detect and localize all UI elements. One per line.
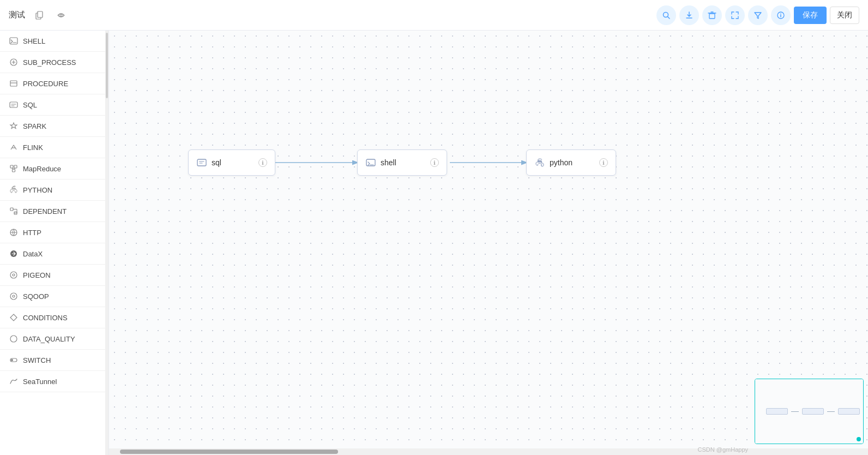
- http-icon: [9, 228, 19, 237]
- sidebar-item-label-sql: SQL: [23, 101, 37, 109]
- sidebar-item-sqoop[interactable]: SQOOP: [0, 286, 108, 307]
- canvas-hscroll-thumb[interactable]: [120, 450, 338, 454]
- sidebar-item-data_quality[interactable]: DATA_QUALITY: [0, 328, 108, 350]
- sidebar-item-label-http: HTTP: [23, 229, 41, 237]
- sidebar-item-procedure[interactable]: PROCEDURE: [0, 73, 108, 94]
- python-node-info[interactable]: ℹ: [599, 158, 608, 167]
- sidebar-item-label-datax: DataX: [23, 250, 43, 258]
- flink-icon: [9, 142, 19, 152]
- sidebar-item-conditions[interactable]: CONDITIONS: [0, 307, 108, 328]
- share-icon: [57, 11, 65, 20]
- svg-point-42: [538, 160, 539, 160]
- sql-node-icon: [196, 157, 207, 168]
- sub_process-icon: [9, 57, 19, 67]
- svg-rect-17: [10, 165, 13, 168]
- mini-node-python: [838, 408, 860, 415]
- svg-rect-22: [10, 208, 13, 211]
- svg-point-32: [13, 295, 15, 297]
- svg-rect-14: [10, 81, 17, 86]
- info-icon: [776, 11, 785, 20]
- info-button[interactable]: [771, 5, 791, 25]
- mini-arrow-2: [827, 411, 835, 412]
- sidebar-item-label-conditions: CONDITIONS: [23, 314, 68, 322]
- sidebar-item-flink[interactable]: FLINK: [0, 137, 108, 158]
- svg-point-2: [60, 14, 62, 16]
- svg-point-43: [540, 165, 541, 165]
- share-icon-btn[interactable]: [53, 8, 69, 23]
- shell-node-info[interactable]: ℹ: [430, 158, 439, 167]
- copy-icon: [35, 11, 44, 20]
- sidebar-item-label-spark: SPARK: [23, 122, 46, 130]
- node-sql[interactable]: sql ℹ: [188, 149, 275, 176]
- header-right: 保存 关闭: [656, 5, 859, 25]
- sidebar-item-label-python: PYTHON: [23, 186, 52, 194]
- svg-rect-1: [38, 11, 43, 17]
- svg-line-4: [668, 16, 670, 19]
- sidebar-item-datax[interactable]: DataX: [0, 243, 108, 265]
- sidebar-item-sql[interactable]: SQL: [0, 94, 108, 116]
- fullscreen-icon: [731, 11, 739, 20]
- spark-icon: [9, 121, 19, 131]
- svg-rect-19: [13, 169, 15, 172]
- data_quality-icon: [9, 334, 19, 344]
- canvas-hscroll[interactable]: [109, 448, 868, 455]
- sidebar-item-pigeon[interactable]: PIGEON: [0, 265, 108, 286]
- seatunnel-icon: [9, 376, 19, 386]
- header-left: 测试: [9, 8, 69, 23]
- close-button[interactable]: 关闭: [830, 7, 859, 24]
- sidebar-item-switch[interactable]: SWITCH: [0, 350, 108, 371]
- sidebar-item-label-shell: SHELL: [23, 37, 45, 45]
- dependent-icon: [9, 206, 19, 216]
- mini-node-shell: [802, 408, 824, 415]
- python-icon: [9, 185, 19, 195]
- delete-button[interactable]: [702, 5, 722, 25]
- header: 测试: [0, 0, 868, 31]
- sidebar-item-mapreduce[interactable]: MapReduce: [0, 158, 108, 179]
- python-node-icon: [534, 157, 545, 168]
- node-python[interactable]: python ℹ: [526, 149, 616, 176]
- sidebar-item-shell[interactable]: SHELL: [0, 31, 108, 52]
- switch-icon: [9, 355, 19, 365]
- sidebar-item-label-switch: SWITCH: [23, 356, 51, 364]
- svg-point-31: [10, 293, 17, 300]
- search-button[interactable]: [656, 5, 676, 25]
- download-icon: [685, 11, 694, 20]
- sidebar-item-seatunnel[interactable]: SeaTunnel: [0, 371, 108, 392]
- download-button[interactable]: [679, 5, 699, 25]
- sidebar-item-label-data_quality: DATA_QUALITY: [23, 335, 75, 343]
- sidebar-item-http[interactable]: HTTP: [0, 222, 108, 243]
- sql-node-label: sql: [212, 158, 254, 167]
- minimap: [755, 379, 864, 444]
- svg-point-29: [10, 272, 17, 278]
- save-button[interactable]: 保存: [794, 7, 827, 24]
- sidebar-item-dependent[interactable]: DEPENDENT: [0, 201, 108, 222]
- svg-point-33: [10, 336, 17, 342]
- sidebar: SHELLSUB_PROCESSPROCEDURESQLSPARKFLINKMa…: [0, 31, 109, 455]
- svg-point-30: [13, 274, 15, 276]
- python-node-label: python: [550, 158, 595, 167]
- sidebar-item-sub_process[interactable]: SUB_PROCESS: [0, 52, 108, 73]
- minimap-nodes: [766, 408, 860, 415]
- shell-icon: [9, 36, 19, 46]
- procedure-icon: [9, 79, 19, 88]
- copy-icon-btn[interactable]: [32, 8, 47, 23]
- search-icon: [662, 11, 671, 20]
- node-shell[interactable]: shell ℹ: [357, 149, 447, 176]
- mapreduce-icon: [9, 164, 19, 173]
- svg-point-35: [11, 359, 13, 361]
- sidebar-item-label-sqoop: SQOOP: [23, 292, 49, 301]
- svg-rect-18: [14, 165, 17, 168]
- sql-icon: [9, 100, 19, 110]
- sqoop-icon: [9, 291, 19, 301]
- fullscreen-button[interactable]: [725, 5, 745, 25]
- canvas-area[interactable]: sql ℹ shell ℹ: [109, 31, 868, 455]
- minimap-content: [755, 379, 863, 444]
- sidebar-item-label-sub_process: SUB_PROCESS: [23, 58, 76, 67]
- sidebar-item-python[interactable]: PYTHON: [0, 179, 108, 201]
- sidebar-item-spark[interactable]: SPARK: [0, 116, 108, 137]
- conditions-icon: [9, 313, 19, 322]
- mini-node-sql: [766, 408, 788, 415]
- minimap-dot: [857, 437, 861, 441]
- sql-node-info[interactable]: ℹ: [258, 158, 267, 167]
- filter-button[interactable]: [748, 5, 768, 25]
